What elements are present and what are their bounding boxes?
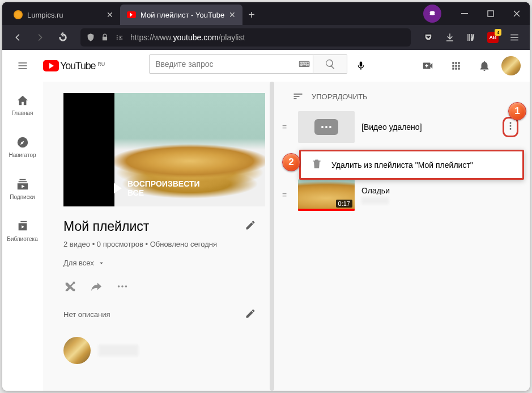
deleted-video-thumb (298, 111, 355, 143)
video-duration: 0:17 (336, 200, 352, 208)
drag-handle-icon[interactable]: = (278, 122, 291, 132)
youtube-logo[interactable]: YouTube RU (43, 60, 105, 72)
search-input[interactable] (149, 54, 313, 74)
playlist-video-list: УПОРЯДОЧИТЬ = [Видео удалено] (278, 82, 530, 391)
window-controls (452, 2, 530, 25)
svg-point-7 (510, 122, 512, 124)
shield-icon (86, 33, 95, 42)
svg-point-6 (125, 285, 127, 288)
youtube-mark-icon (43, 60, 59, 71)
region-label: RU (97, 61, 105, 67)
chevron-down-icon (97, 259, 105, 267)
more-actions-button[interactable] (116, 280, 129, 293)
search-button[interactable] (313, 54, 347, 74)
url-text: https://www.youtube.com/playlist (130, 33, 245, 42)
sidebar-item-home[interactable]: Главная (2, 84, 42, 126)
svg-point-8 (510, 125, 512, 127)
playlist-info-panel: ВОСПРОИЗВЕСТИ ВСЕ Мой плейлист 2 видео •… (43, 82, 270, 391)
sidebar-item-subscriptions[interactable]: Подписки (2, 168, 42, 210)
tab-close-icon[interactable]: ✕ (229, 10, 236, 19)
video-thumb: 0:17 (298, 179, 355, 211)
library-button[interactable] (462, 28, 481, 47)
ctx-remove-from-playlist[interactable]: Удалить из плейлиста "Мой плейлист" (301, 151, 522, 178)
youtube-wordmark: YouTube (60, 60, 95, 72)
account-avatar[interactable] (501, 56, 521, 75)
scrollbar[interactable] (270, 82, 274, 391)
drag-handle-icon[interactable]: = (278, 191, 291, 200)
tab-close-icon[interactable]: ✕ (107, 10, 113, 19)
playlist-title: Мой плейлист (63, 219, 149, 234)
channel-owner-row[interactable] (63, 337, 256, 364)
mini-guide: Главная Навигатор Подписки Библиотека (2, 82, 43, 391)
svg-point-9 (510, 128, 512, 130)
share-button[interactable] (90, 280, 103, 293)
svg-rect-1 (488, 11, 493, 16)
svg-point-4 (118, 285, 120, 288)
tab-title: Мой плейлист - YouTube (141, 11, 224, 19)
channel-name-blurred (99, 345, 138, 356)
sidebar-item-library[interactable]: Библиотека (2, 210, 42, 252)
reload-button[interactable] (53, 28, 73, 47)
permissions-icon (114, 33, 125, 41)
sort-button[interactable]: УПОРЯДОЧИТЬ (278, 91, 525, 102)
browser-tab-youtube[interactable]: Мой плейлист - YouTube ✕ (120, 5, 242, 25)
browser-tabs: Lumpics.ru ✕ Мой плейлист - YouTube ✕ + (2, 2, 418, 25)
channel-avatar (63, 337, 91, 364)
favicon-youtube (127, 11, 136, 18)
close-window-button[interactable] (504, 2, 530, 25)
svg-rect-0 (461, 13, 468, 14)
playlist-item-oladi[interactable]: = 0:17 Оладьи (278, 176, 525, 214)
edit-description-button[interactable] (245, 308, 256, 321)
back-button[interactable] (8, 28, 27, 47)
video-title: [Видео удалено] (361, 122, 496, 132)
browser-titlebar: Lumpics.ru ✕ Мой плейлист - YouTube ✕ + (2, 2, 530, 25)
annotation-callout-1: 1 (508, 102, 526, 120)
play-all-label: ВОСПРОИЗВЕСТИ ВСЕ (114, 179, 215, 197)
ctx-remove-label: Удалить из плейлиста "Мой плейлист" (331, 160, 473, 170)
sidebar-item-explore[interactable]: Навигатор (2, 126, 42, 168)
no-description-label: Нет описания (63, 310, 110, 319)
notifications-button[interactable] (473, 54, 496, 77)
save-pocket-button[interactable] (419, 28, 438, 47)
playlist-hero-thumbnail[interactable]: ВОСПРОИЗВЕСТИ ВСЕ (63, 93, 265, 206)
downloads-button[interactable] (440, 28, 459, 47)
browser-tab-lumpics[interactable]: Lumpics.ru ✕ (7, 5, 120, 25)
extension-abp-button[interactable]: AB 4 (483, 28, 503, 47)
annotation-callout-2: 2 (282, 153, 300, 171)
lock-icon (101, 33, 109, 41)
address-bar[interactable]: https://www.youtube.com/playlist (80, 28, 411, 47)
apps-button[interactable] (445, 54, 467, 77)
app-menu-button[interactable] (505, 28, 524, 47)
video-title: Оладьи (361, 186, 518, 195)
guide-menu-button[interactable] (11, 54, 34, 77)
privacy-selector[interactable]: Для всех (63, 259, 256, 267)
private-mode-icon (423, 5, 441, 23)
tab-title: Lumpics.ru (27, 11, 63, 19)
forward-button[interactable] (31, 28, 50, 47)
maximize-button[interactable] (478, 2, 504, 25)
browser-toolbar: https://www.youtube.com/playlist AB 4 (2, 25, 530, 50)
minimize-button[interactable] (452, 2, 478, 25)
playlist-item-deleted[interactable]: = [Видео удалено] (278, 108, 525, 146)
shuffle-button[interactable] (63, 280, 77, 293)
new-tab-button[interactable]: + (242, 5, 261, 25)
favicon-lumpics (14, 10, 23, 19)
trash-icon (311, 158, 322, 171)
extension-badge: 4 (495, 29, 501, 36)
channel-name-blurred (361, 197, 389, 204)
svg-point-5 (121, 285, 124, 288)
voice-search-button[interactable] (350, 54, 372, 77)
youtube-header: YouTube RU ⌨ (2, 50, 530, 82)
svg-point-2 (120, 37, 121, 38)
create-button[interactable] (416, 54, 439, 77)
playlist-meta: 2 видео • 0 просмотров • Обновлено сегод… (63, 240, 256, 248)
edit-title-button[interactable] (245, 219, 256, 234)
context-menu: Удалить из плейлиста "Мой плейлист" (299, 150, 524, 180)
